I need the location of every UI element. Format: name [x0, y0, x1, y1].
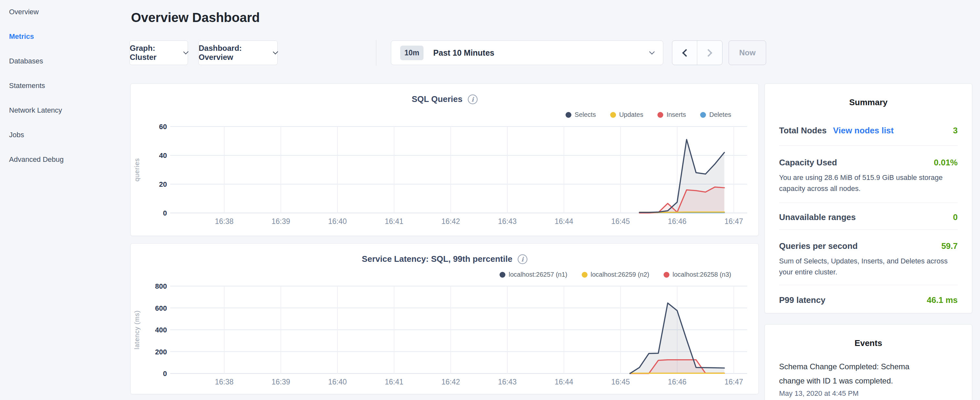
svg-text:16:39: 16:39	[272, 378, 290, 386]
service-latency-chart-card: Service Latency: SQL, 99th percentile i …	[130, 243, 759, 394]
summary-description: Sum of Selects, Updates, Inserts, and De…	[779, 256, 958, 278]
graph-scope-dropdown[interactable]: Graph: Cluster	[129, 40, 188, 65]
svg-text:200: 200	[155, 348, 167, 356]
time-range-label: Past 10 Minutes	[433, 48, 494, 57]
svg-text:16:45: 16:45	[611, 378, 630, 386]
svg-text:16:43: 16:43	[498, 217, 517, 226]
summary-label: Capacity Used	[779, 157, 837, 167]
previous-window-button[interactable]	[672, 41, 697, 65]
events-panel: Events Schema Change Completed: Schema c…	[765, 324, 972, 400]
now-button[interactable]: Now	[729, 40, 766, 65]
page-title: Overview Dashboard	[131, 10, 260, 25]
sidebar-item-statements[interactable]: Statements	[0, 75, 129, 99]
summary-label: Queries per second	[779, 241, 858, 251]
svg-text:16:38: 16:38	[215, 378, 234, 386]
svg-text:16:45: 16:45	[611, 217, 630, 226]
svg-text:400: 400	[155, 326, 167, 334]
svg-text:16:46: 16:46	[668, 378, 687, 386]
summary-value: 46.1 ms	[927, 295, 958, 305]
svg-text:16:42: 16:42	[441, 378, 460, 386]
summary-value: 0.01%	[934, 157, 958, 167]
time-range-badge: 10m	[400, 46, 423, 60]
sidebar-item-metrics[interactable]: Metrics	[0, 25, 129, 50]
chevron-left-icon	[682, 49, 690, 57]
svg-text:16:41: 16:41	[385, 378, 404, 386]
svg-text:16:44: 16:44	[555, 378, 573, 386]
summary-row-unavailable-ranges: Unavailable ranges 0	[779, 203, 958, 230]
svg-text:16:40: 16:40	[328, 217, 347, 226]
summary-value: 0	[953, 212, 958, 222]
event-timestamp: May 13, 2020 at 4:45 PM	[779, 389, 958, 398]
svg-text:queries: queries	[133, 158, 140, 182]
svg-text:16:47: 16:47	[724, 378, 743, 386]
svg-text:40: 40	[159, 151, 167, 159]
summary-label: P99 latency	[779, 295, 825, 305]
time-range-picker[interactable]: 10m Past 10 Minutes	[391, 40, 663, 65]
sidebar: Overview Metrics Databases Statements Ne…	[0, 0, 129, 173]
svg-text:16:40: 16:40	[328, 378, 347, 386]
svg-text:16:42: 16:42	[441, 217, 460, 226]
svg-text:0: 0	[163, 209, 167, 217]
summary-row-p99-latency: P99 latency 46.1 ms	[779, 285, 958, 315]
chevron-down-icon	[649, 49, 655, 55]
svg-text:60: 60	[159, 123, 167, 131]
summary-label: Unavailable ranges	[779, 212, 856, 222]
summary-description: You are using 28.6 MiB of 515.9 GiB usab…	[779, 172, 958, 194]
svg-text:16:39: 16:39	[272, 217, 290, 226]
svg-text:16:47: 16:47	[724, 217, 743, 226]
summary-row-queries-per-second: Queries per second 59.7 Sum of Selects, …	[779, 230, 958, 285]
svg-text:0: 0	[163, 370, 167, 378]
sql-queries-chart-plot[interactable]: 020406016:3816:3916:4016:4116:4216:4316:…	[131, 84, 758, 236]
summary-title: Summary	[765, 84, 972, 107]
view-nodes-list-link[interactable]: View nodes list	[833, 125, 894, 135]
dashboard-dropdown-label: Dashboard: Overview	[199, 44, 269, 62]
svg-text:16:41: 16:41	[385, 217, 404, 226]
sidebar-item-jobs[interactable]: Jobs	[0, 124, 129, 148]
time-window-pager	[672, 40, 722, 65]
sidebar-item-network-latency[interactable]: Network Latency	[0, 99, 129, 124]
events-title: Events	[765, 325, 972, 348]
sidebar-item-databases[interactable]: Databases	[0, 50, 129, 75]
svg-text:16:38: 16:38	[215, 217, 234, 226]
graph-scope-label: Graph: Cluster	[130, 44, 179, 62]
svg-text:800: 800	[155, 282, 167, 290]
service-latency-chart-plot[interactable]: 020040060080016:3816:3916:4016:4116:4216…	[131, 244, 758, 394]
sidebar-item-overview[interactable]: Overview	[0, 1, 129, 25]
summary-row-total-nodes: Total Nodes View nodes list 3	[779, 107, 958, 146]
summary-value: 3	[953, 125, 958, 135]
event-list-item[interactable]: Schema Change Completed: Schema change w…	[779, 360, 958, 398]
summary-panel: Summary Total Nodes View nodes list 3 Ca…	[765, 83, 972, 313]
summary-value: 59.7	[941, 241, 958, 251]
sql-queries-chart-card: SQL Queries i SelectsUpdatesInsertsDelet…	[130, 83, 759, 236]
svg-text:16:46: 16:46	[668, 217, 687, 226]
svg-text:600: 600	[155, 304, 167, 312]
chevron-down-icon	[273, 49, 278, 54]
svg-text:latency (ms): latency (ms)	[133, 310, 140, 349]
chevron-down-icon	[183, 49, 188, 54]
chevron-right-icon	[704, 49, 712, 57]
summary-label: Total Nodes	[779, 125, 827, 135]
dashboard-dropdown[interactable]: Dashboard: Overview	[198, 40, 278, 65]
sidebar-item-advanced-debug[interactable]: Advanced Debug	[0, 148, 129, 173]
summary-row-capacity-used: Capacity Used 0.01% You are using 28.6 M…	[779, 146, 958, 203]
overview-dashboard-page: { "theme": { "active_nav_blue": "#2a7af2…	[0, 0, 980, 400]
svg-text:16:44: 16:44	[555, 217, 573, 226]
svg-text:16:43: 16:43	[498, 378, 517, 386]
controls-divider	[376, 40, 376, 66]
svg-text:20: 20	[159, 180, 167, 188]
event-text: Schema Change Completed: Schema change w…	[779, 360, 934, 388]
next-window-button[interactable]	[697, 41, 722, 65]
